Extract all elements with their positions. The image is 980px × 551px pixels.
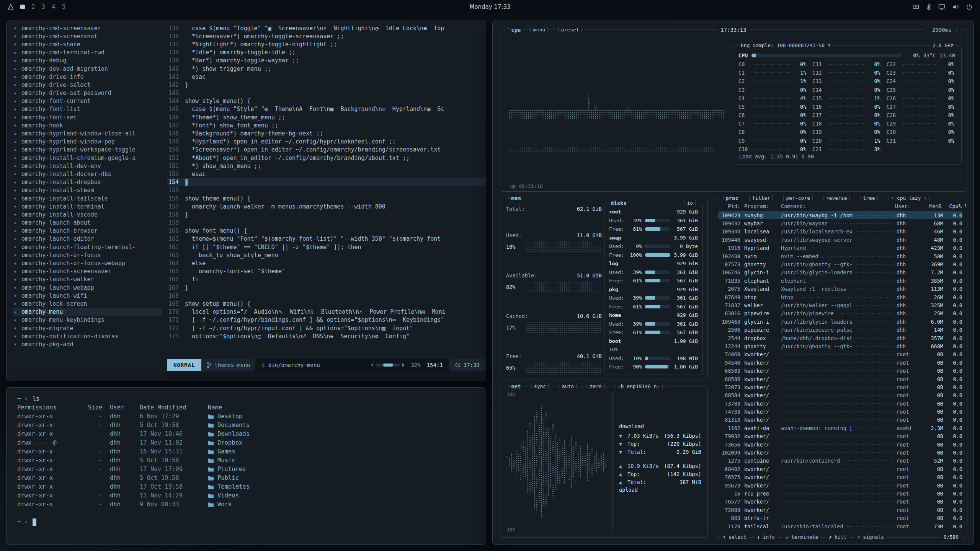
code-line[interactable]: 166 fi	[167, 276, 486, 284]
scroll-left-icon[interactable]	[371, 363, 373, 367]
file-tree-item[interactable]: omarchy-font-current	[13, 97, 167, 105]
code-line[interactable]: 172 [ -f ~/.config/hypr/input.conf ] && …	[167, 324, 486, 332]
file-tree-item[interactable]: omarchy-launch-about	[13, 219, 167, 227]
process-row[interactable]: 95673 kworker/ root 0B 0.0	[718, 481, 962, 489]
workspace-button[interactable]: 5	[62, 3, 66, 10]
process-row[interactable]: 2075 Xwayland Xwayland :1 -rootless - dh…	[718, 285, 962, 293]
file-tree-item[interactable]: omarchy-drive-set-password	[13, 89, 167, 97]
code-line[interactable]: 173 options="$options\n▢ Defaults\n☍ DNS…	[167, 332, 486, 340]
workspace-active-indicator[interactable]	[20, 5, 25, 9]
process-row[interactable]: 16 rcu_pree root 0B 0.0	[718, 489, 962, 497]
process-row[interactable]: 1162 avahi-da avahi-daemon: running [ av…	[718, 424, 962, 432]
file-tree-item[interactable]: omarchy-debug	[13, 57, 167, 65]
power-icon[interactable]	[966, 4, 972, 10]
code-line[interactable]: 140 *) show_trigger_menu ;;	[167, 65, 486, 73]
file-tree-item[interactable]: omarchy-launch-editor	[13, 235, 167, 243]
proc-footer-action[interactable]: ↓ info	[755, 533, 777, 541]
file-tree-item[interactable]: omarchy-font-set	[13, 113, 167, 121]
interval-decrease-button[interactable]: -	[925, 26, 928, 34]
process-row[interactable]: 12244 ghostty /usr/bin/ghostty --gtk- dh…	[718, 342, 962, 350]
cpu-box-title[interactable]: ¹ cpu	[505, 26, 523, 34]
menu-button[interactable]: menu	[528, 26, 551, 34]
code-line[interactable]: 161 theme=$(menu "Font" "$(omarchy-font-…	[167, 235, 486, 243]
file-tree-item[interactable]: omarchy-launch-or-focus-webapp	[13, 259, 167, 267]
code-line[interactable]: 145 case $(menu "Style" "◍ Theme\nA Font…	[167, 105, 486, 113]
file-tree-item[interactable]: omarchy-hook	[13, 121, 167, 129]
code-line[interactable]: 139 *Bar*) omarchy-toggle-waybar ;;	[167, 57, 486, 65]
file-tree-item[interactable]: omarchy-hyprland-window-pop	[13, 138, 167, 146]
file-tree-item[interactable]: omarchy-dev-add-migration	[13, 65, 167, 73]
code-line[interactable]: 146 *Theme*) show_theme_menu ;;	[167, 113, 486, 121]
file-tree-item[interactable]: omarchy-launch-wifi	[13, 292, 167, 300]
code-line[interactable]: 149 *Hyprland*) open_in_editor ~/.config…	[167, 138, 486, 146]
code-line[interactable]: 137 *Nightlight*) omarchy-toggle-nightli…	[167, 40, 486, 48]
code-line[interactable]: 135 case $(menu "Toggle" "▣ Screensaver\…	[167, 24, 486, 32]
code-line[interactable]: 156 show_theme_menu() {	[167, 194, 486, 202]
code-line[interactable]: 162 if [[ "$theme" == "CNCLD" || -z "$th…	[167, 243, 486, 251]
process-row[interactable]: 109423 swaybg /usr/bin/swaybg -i /hom dh…	[718, 211, 962, 219]
file-tree-item[interactable]: omarchy-cmd-screensaver	[13, 24, 167, 32]
process-row[interactable]: 68402 kworker/ root 0B 0.0	[718, 465, 962, 473]
process-row[interactable]: 2506 pipewire /usr/bin/pipewire-pulse dh…	[718, 326, 962, 334]
process-row[interactable]: 74869 kworker/ root 0B 0.0	[718, 350, 962, 359]
file-tree-item[interactable]: omarchy-install-dev-env	[13, 162, 167, 170]
file-tree-item[interactable]: omarchy-cmd-terminal-cwd	[13, 49, 167, 57]
process-row[interactable]: 109344 localsea /usr/lib/localsearch-ex …	[718, 228, 962, 236]
process-row[interactable]: 74733 kworker/ root 0B 0.0	[718, 408, 962, 416]
process-row[interactable]: 68586 kworker/ root 0B 0.0	[718, 375, 962, 383]
file-tree-item[interactable]: omarchy-drive-select	[13, 81, 167, 89]
code-line[interactable]: 163 back_to show_style_menu	[167, 251, 486, 259]
code-line[interactable]: 167 }	[167, 284, 486, 292]
file-tree-item[interactable]: omarchy-install-terminal	[13, 202, 167, 210]
process-row[interactable]: 73656 kworker/ root 0B 0.0	[718, 440, 962, 448]
process-row[interactable]: 71835 elephant elephant dhh 385M 0.0	[718, 277, 962, 285]
file-tree-item[interactable]: omarchy-menu-keybindings	[13, 316, 167, 324]
process-row[interactable]: 73703 kworker/ root 0B 0.0	[718, 399, 962, 408]
file-tree-item[interactable]: omarchy-install-docker-dbs	[13, 170, 167, 178]
process-row[interactable]: 1275 containe /usr/bin/containerd root 5…	[718, 457, 962, 465]
process-row[interactable]: 63816 pipewire /usr/bin/pipewire dhh 25M…	[718, 310, 962, 318]
process-row[interactable]: 94540 kworker/ root 0B 0.0	[718, 359, 962, 367]
proc-option-button[interactable]: per-core	[781, 194, 816, 202]
bluetooth-icon[interactable]	[926, 4, 931, 10]
proc-option-button[interactable]: filter	[746, 194, 776, 202]
code-line[interactable]: 165 omarchy-font-set "$theme"	[167, 267, 486, 276]
code-line[interactable]: 169 show_setup_menu() {	[167, 300, 486, 308]
code-line[interactable]: 151 *About*) open_in_editor ~/.config/om…	[167, 154, 486, 162]
file-tree-item[interactable]: omarchy-hyprland-workspace-toggle	[13, 146, 167, 154]
process-row[interactable]: 109463 glycin-i /usr/lib/glycin-loaders …	[718, 318, 962, 326]
code-line[interactable]: 159	[167, 219, 486, 227]
process-row[interactable]: 803 btrfs-tr root 0B 0.0	[718, 514, 962, 522]
net-option-button[interactable]: sync	[528, 383, 552, 390]
process-row[interactable]: 79032 kworker/ root 0B 0.0	[718, 432, 962, 440]
prompt-line-active[interactable]: ~ ›	[17, 518, 486, 527]
proc-option-button[interactable]: ‹ cpu lazy ›	[885, 194, 933, 202]
net-option-button[interactable]: zero	[584, 383, 608, 390]
code-line[interactable]: 164 else	[167, 259, 486, 267]
file-tree-item[interactable]: omarchy-launch-floating-terminal-	[13, 243, 167, 251]
code-line[interactable]: 150 *Screensaver*) open_in_editor ~/.con…	[167, 146, 486, 154]
workspace-button[interactable]: 3	[42, 3, 46, 10]
net-option-button[interactable]: auto	[556, 383, 580, 390]
process-row[interactable]: 109432 waybar /usr/bin/waybar dhh 68M 0.…	[718, 219, 962, 227]
net-box-title[interactable]: ³ net	[505, 383, 523, 391]
file-tree-item[interactable]: omarchy-hyprland-window-close-all	[13, 129, 167, 137]
process-row[interactable]: 102099 kworker/ root 0B 0.0	[718, 448, 962, 456]
process-row[interactable]: 1170 tailscal /usr/sbin/tailscaled -- ro…	[718, 522, 962, 528]
display-icon[interactable]	[938, 4, 945, 10]
proc-footer-action[interactable]: ↵ terminate	[783, 533, 820, 541]
code-line[interactable]: 158 }	[167, 210, 486, 218]
proc-footer-action[interactable]: ↑ select	[720, 533, 749, 541]
code-line[interactable]: 153 esac	[167, 170, 486, 178]
file-tree-item[interactable]: omarchy-install-vscode	[13, 210, 167, 218]
file-tree-item[interactable]: omarchy-font-list	[13, 105, 167, 113]
file-tree-item[interactable]: omarchy-pkg-add	[13, 340, 167, 348]
process-row[interactable]: 81310 kworker/ root 0B 0.0	[718, 416, 962, 424]
code-line[interactable]: 171 [ -f ~/.config/hypr/bindings.conf ] …	[167, 316, 486, 324]
file-tree-item[interactable]: omarchy-launch-webapp	[13, 284, 167, 292]
process-row[interactable]: 106746 glycin-i /usr/lib/glycin-loaders …	[718, 269, 962, 277]
code-line[interactable]: 147 *Font*) show_font_menu ;;	[167, 121, 486, 129]
file-tree-item[interactable]: omarchy-lock-screen	[13, 300, 167, 308]
sort-direction-icon[interactable]: ↑	[964, 202, 967, 208]
file-tree-item[interactable]: omarchy-launch-browser	[13, 227, 167, 235]
